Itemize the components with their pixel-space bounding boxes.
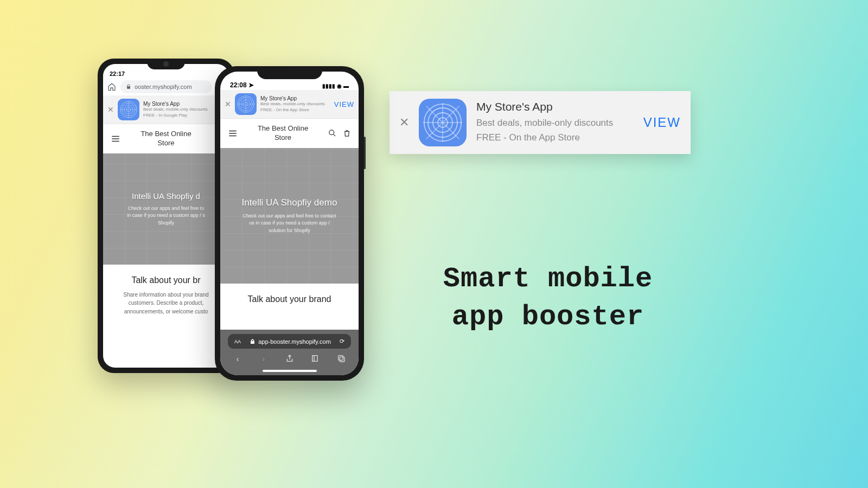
banner-tagline: Best deals, mobile-only discounts	[143, 107, 225, 112]
forward-icon[interactable]: ›	[258, 354, 269, 364]
hero-section: Intelli UA Shopfiy d Check out our apps …	[103, 153, 229, 265]
location-icon: ➤	[248, 81, 254, 89]
store-title: The Best OnlineStore	[120, 130, 212, 148]
reload-icon[interactable]: ⟳	[340, 338, 344, 345]
marketing-headline: Smart mobileapp booster	[412, 260, 684, 336]
store-header: The Best OnlineStore	[220, 119, 359, 148]
banner-availability: FREE - On the App Store	[476, 131, 634, 145]
brand-title: Talk about your br	[111, 275, 221, 285]
svg-line-13	[333, 134, 335, 137]
brand-section: Talk about your br Share information abo…	[103, 265, 229, 327]
banner-tagline: Best deals, mobile-only discounts	[260, 101, 330, 107]
hero-title: Intelli UA Shopfiy demo	[242, 197, 337, 208]
store-title: The Best OnlineStore	[238, 124, 328, 143]
text-size-icon[interactable]: AA	[234, 339, 241, 344]
svg-point-12	[329, 130, 334, 135]
hero-title: Intelli UA Shopfiy d	[132, 191, 200, 201]
back-icon[interactable]: ‹	[232, 354, 243, 364]
safari-url-bar[interactable]: AA 🔒︎app-booster.myshopify.com ⟳	[228, 334, 351, 349]
ios-phone-mockup: 22:08 ➤ ▮▮▮▮ ◉ ▬ ✕ My Store's App Best d…	[215, 66, 364, 381]
store-header: The Best OnlineStore	[103, 124, 229, 153]
banner-app-name: My Store's App	[260, 95, 330, 101]
ios-smart-app-banner: ✕ My Store's App Best deals, mobile-only…	[220, 90, 359, 119]
home-indicator[interactable]	[263, 370, 317, 372]
app-icon	[118, 99, 139, 120]
hero-section: Intelli UA Shopfiy demo Check out our ap…	[220, 148, 359, 284]
app-icon	[235, 93, 257, 115]
brand-title: Talk about your brand	[228, 294, 351, 304]
signal-icon: ▮▮▮▮	[322, 83, 335, 89]
svg-rect-14	[339, 356, 343, 361]
wifi-icon: ◉	[337, 83, 342, 89]
brand-text: Share information about your brand custo…	[111, 291, 221, 316]
lock-icon: 🔒︎	[250, 338, 256, 345]
hamburger-icon[interactable]	[111, 134, 120, 144]
view-button[interactable]: VIEW	[643, 115, 681, 130]
brand-section: Talk about your brand	[220, 284, 359, 320]
close-icon[interactable]: ✕	[107, 106, 114, 113]
close-icon[interactable]: ✕	[225, 100, 231, 108]
hamburger-icon[interactable]	[228, 129, 238, 138]
home-icon[interactable]	[107, 82, 116, 91]
battery-icon: ▬	[343, 83, 349, 89]
safari-bottom-bar: AA 🔒︎app-booster.myshopify.com ⟳ ‹ ›	[220, 330, 359, 375]
search-icon[interactable]	[328, 129, 336, 137]
banner-app-name: My Store's App	[476, 100, 634, 113]
hero-subtitle: Check out our apps and feel free to cont…	[242, 213, 336, 235]
banner-availability: FREE - On the App Store	[260, 107, 330, 113]
banner-tagline: Best deals, mobile-only discounts	[476, 116, 634, 130]
svg-rect-15	[340, 357, 344, 362]
share-icon[interactable]	[284, 354, 295, 364]
close-icon[interactable]: ✕	[399, 115, 409, 130]
banner-app-name: My Store's App	[143, 101, 225, 107]
android-address-bar: ooster.myshopify.com +	[103, 78, 229, 95]
android-time: 22:17	[110, 70, 125, 77]
view-button[interactable]: VIEW	[334, 100, 354, 108]
hero-subtitle: Check out our apps and feel free to in c…	[127, 205, 205, 227]
smart-app-banner-card: ✕ My Store's App Best deals, mobile-only…	[390, 91, 691, 154]
android-url-field[interactable]: ooster.myshopify.com	[120, 80, 212, 93]
android-smart-app-banner: ✕ My Store's App Best deals, mobile-only…	[103, 95, 229, 124]
android-phone-mockup: 22:17 ooster.myshopify.com + ✕ My Store'…	[98, 59, 234, 373]
tabs-icon[interactable]	[336, 354, 347, 364]
banner-availability: FREE - In Google Play	[143, 113, 225, 118]
bag-icon[interactable]	[343, 129, 351, 137]
ios-time: 22:08	[230, 81, 247, 89]
app-icon	[419, 99, 467, 146]
bookmarks-icon[interactable]	[310, 354, 321, 364]
lock-icon	[126, 84, 131, 89]
